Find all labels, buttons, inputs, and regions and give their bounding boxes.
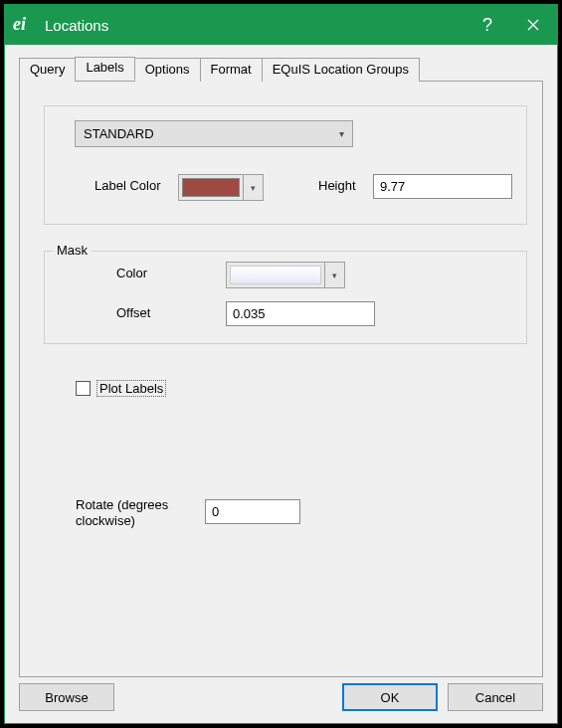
chevron-down-icon: ▾ <box>243 175 263 200</box>
app-icon: ei <box>13 14 35 36</box>
titlebar: ei Locations ? <box>5 5 557 45</box>
browse-button[interactable]: Browse <box>19 683 114 711</box>
text-style-value: STANDARD <box>84 126 154 141</box>
help-button[interactable]: ? <box>466 5 509 45</box>
dialog-window: ei Locations ? Query Labels Options Form… <box>4 4 558 724</box>
label-color-label: Label Color <box>94 178 161 193</box>
mask-legend: Mask <box>53 243 92 258</box>
mask-color-label: Color <box>116 266 147 280</box>
plot-labels-label[interactable]: Plot Labels <box>96 380 166 397</box>
mask-offset-value: 0.035 <box>233 306 266 321</box>
cancel-button[interactable]: Cancel <box>448 683 543 711</box>
tab-panel-labels: STANDARD ▾ Label Color ▾ Height 9.77 Mas… <box>19 81 543 677</box>
label-color-picker[interactable]: ▾ <box>178 174 264 201</box>
spacer <box>114 683 342 711</box>
mask-offset-input[interactable]: 0.035 <box>226 301 375 326</box>
tab-labels[interactable]: Labels <box>75 57 134 81</box>
plot-labels-checkbox[interactable] <box>76 381 91 396</box>
mask-group: Mask Color ▾ Offset 0.035 <box>44 251 527 344</box>
height-input[interactable]: 9.77 <box>373 174 512 199</box>
style-group: STANDARD ▾ Label Color ▾ Height 9.77 <box>44 105 527 225</box>
height-value: 9.77 <box>380 179 405 194</box>
content-area: Query Labels Options Format EQuIS Locati… <box>5 45 557 723</box>
tab-query[interactable]: Query <box>19 58 76 82</box>
tab-strip: Query Labels Options Format EQuIS Locati… <box>19 58 543 82</box>
mask-color-picker[interactable]: ▾ <box>226 262 345 288</box>
chevron-down-icon: ▾ <box>324 263 344 287</box>
rotate-input[interactable]: 0 <box>205 499 300 524</box>
tab-equis-location-groups[interactable]: EQuIS Location Groups <box>262 58 420 82</box>
rotate-label: Rotate (degrees clockwise) <box>76 497 185 529</box>
titlebar-buttons: ? <box>466 5 557 45</box>
rotate-value: 0 <box>212 504 219 519</box>
tab-options[interactable]: Options <box>134 58 201 82</box>
close-button[interactable] <box>509 5 557 45</box>
ok-button[interactable]: OK <box>342 683 438 711</box>
mask-offset-label: Offset <box>116 305 150 320</box>
tab-format[interactable]: Format <box>200 58 263 82</box>
button-row: Browse OK Cancel <box>19 683 543 711</box>
mask-color-swatch <box>230 266 321 284</box>
chevron-down-icon: ▾ <box>339 128 344 139</box>
plot-labels-row: Plot Labels <box>76 380 166 397</box>
label-color-swatch <box>182 178 240 197</box>
text-style-select[interactable]: STANDARD ▾ <box>75 120 353 147</box>
window-title: Locations <box>45 17 466 34</box>
close-icon <box>527 19 539 31</box>
height-label: Height <box>318 178 356 193</box>
